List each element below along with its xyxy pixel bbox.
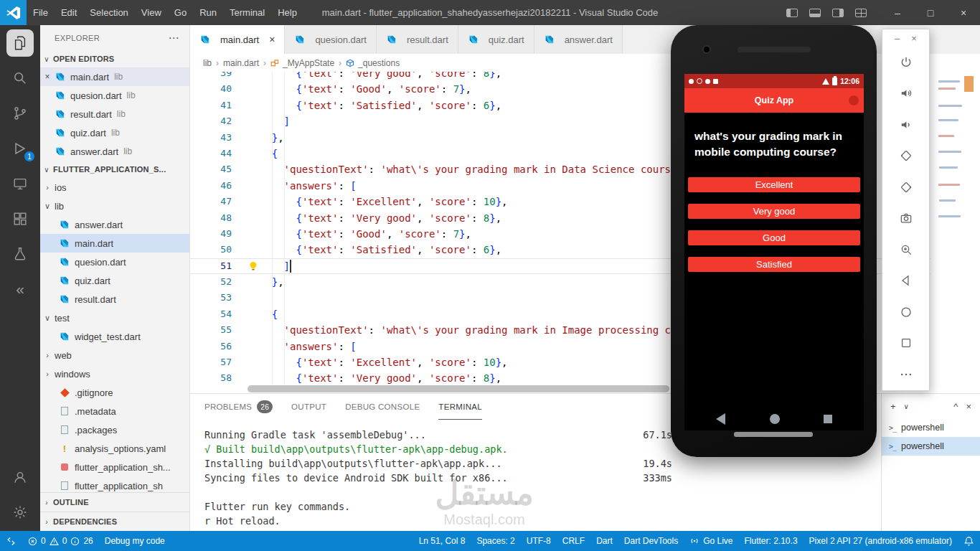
toggle-secondary-sidebar-icon[interactable] (832, 9, 844, 17)
answer-button-excellent[interactable]: Excellent (688, 177, 860, 192)
open-editor-quiz-dart[interactable]: quiz.dartlib (40, 123, 189, 142)
open-editors-header[interactable]: ∨ OPEN EDITORS (40, 50, 189, 67)
open-editor-answer-dart[interactable]: answer.dartlib (40, 142, 189, 161)
more-actions-icon[interactable]: ⋯ (169, 32, 179, 44)
status-dart[interactable]: Dart (590, 531, 618, 551)
activity-search[interactable] (0, 60, 40, 95)
tab-quiz-dart[interactable]: quiz.dart (458, 25, 534, 54)
open-editor-quesion-dart[interactable]: quesion.dartlib (40, 86, 189, 105)
tree-folder-windows[interactable]: ›windows (40, 364, 189, 383)
problems-summary[interactable]: 0 0 26 (22, 531, 99, 551)
close-icon[interactable]: × (40, 72, 55, 82)
tree-file-main-dart[interactable]: main.dart (40, 234, 189, 253)
status-go-live[interactable]: Go Live (684, 531, 738, 551)
emulator-screenshot-button[interactable] (882, 203, 929, 235)
tree-file-packages[interactable]: .packages (40, 420, 189, 439)
breadcrumb-myappstate[interactable]: _MyAppState (270, 58, 334, 68)
tab-main-dart[interactable]: main.dart× (190, 25, 285, 54)
minimap[interactable] (930, 72, 980, 393)
tree-file-metadata[interactable]: .metadata (40, 402, 189, 420)
status-crlf[interactable]: CRLF (557, 531, 590, 551)
android-home-icon[interactable] (770, 414, 780, 424)
tree-folder-web[interactable]: ›web (40, 346, 189, 364)
tree-file-analysis-options-yaml[interactable]: !analysis_options.yaml (40, 439, 189, 458)
outline-section[interactable]: › OUTLINE (40, 492, 189, 512)
answer-button-satisfied[interactable]: Satisfied (688, 257, 860, 272)
activity-testing[interactable] (0, 236, 40, 271)
close-panel-icon[interactable]: × (966, 401, 971, 412)
tree-file-quesion-dart[interactable]: quesion.dart (40, 253, 189, 271)
emulator-rotate-left-button[interactable] (882, 141, 929, 172)
panel-tab-terminal[interactable]: TERMINAL (438, 394, 482, 420)
emulator-zoom-button[interactable] (882, 234, 929, 265)
remote-indicator[interactable] (0, 531, 22, 551)
emulator-minimize-icon[interactable]: – (895, 33, 900, 44)
emulator-power-button[interactable] (882, 47, 929, 78)
toggle-panel-icon[interactable] (809, 9, 821, 17)
menu-go[interactable]: Go (168, 0, 193, 25)
menu-file[interactable]: File (27, 0, 55, 25)
new-terminal-icon[interactable]: + (890, 401, 896, 412)
emulator-rotate-right-button[interactable] (882, 171, 929, 203)
status-ln-51-col-8[interactable]: Ln 51, Col 8 (413, 531, 471, 551)
menu-help[interactable]: Help (271, 0, 303, 25)
emulator-home-button[interactable] (882, 296, 929, 328)
android-back-icon[interactable] (716, 413, 725, 425)
notifications-bell[interactable] (958, 531, 980, 551)
terminal-output[interactable]: Running Gradle task 'assembleDebug'...67… (204, 428, 672, 528)
tree-file-quiz-dart[interactable]: quiz.dart (40, 271, 189, 290)
tab-close-icon[interactable]: × (269, 34, 275, 45)
status-utf-8[interactable]: UTF-8 (521, 531, 557, 551)
breadcrumb-main-dart[interactable]: main.dart (223, 58, 259, 68)
status-spaces-2[interactable]: Spaces: 2 (471, 531, 520, 551)
answer-button-good[interactable]: Good (688, 230, 860, 245)
emulator-back-button[interactable] (882, 265, 929, 297)
lightbulb-icon[interactable] (248, 261, 258, 271)
customize-layout-icon[interactable] (855, 9, 867, 17)
menu-run[interactable]: Run (193, 0, 223, 25)
maximize-panel-icon[interactable]: ^ (953, 401, 958, 412)
activity-settings[interactable] (0, 494, 40, 529)
minimize-button[interactable]: – (881, 0, 914, 25)
tree-folder-lib[interactable]: ∨lib (40, 197, 189, 215)
activity-account[interactable] (0, 459, 40, 494)
tree-file-flutter-application-sh[interactable]: flutter_application_sh... (40, 458, 189, 476)
horizontal-scrollbar[interactable] (248, 385, 669, 392)
terminal-instance-powershell[interactable]: >_powershell (882, 437, 980, 456)
tab-answer-dart[interactable]: answer.dart (534, 25, 623, 54)
menu-view[interactable]: View (135, 0, 168, 25)
emulator-close-icon[interactable]: × (911, 33, 917, 44)
android-overview-icon[interactable] (824, 415, 832, 423)
breadcrumb-lib[interactable]: lib (203, 58, 212, 68)
answer-button-very-good[interactable]: Very good (688, 204, 860, 219)
open-editor-result-dart[interactable]: result.dartlib (40, 105, 189, 123)
maximize-button[interactable]: □ (914, 0, 947, 25)
emulator-overview-button[interactable] (882, 328, 929, 359)
activity-references[interactable]: « (0, 271, 40, 306)
terminal-dropdown-icon[interactable]: ∨ (904, 402, 909, 410)
panel-tab-output[interactable]: OUTPUT (291, 394, 326, 420)
activity-remote-explorer[interactable] (0, 166, 40, 201)
close-button[interactable]: × (947, 0, 980, 25)
dependencies-section[interactable]: › DEPENDENCIES (40, 512, 189, 531)
debug-configuration[interactable]: Debug my code (99, 531, 171, 551)
tree-file-widget-test-dart[interactable]: widget_test.dart (40, 327, 189, 346)
panel-tab-problems[interactable]: PROBLEMS26 (204, 394, 273, 420)
terminal-instance-powershell[interactable]: >_powershell (882, 418, 980, 437)
emulator-volume-up-button[interactable] (882, 78, 929, 110)
tab-result-dart[interactable]: result.dart (377, 25, 458, 54)
breadcrumb-questions[interactable]: _questions (346, 58, 400, 68)
tree-file-gitignore[interactable]: .gitignore (40, 383, 189, 402)
menu-edit[interactable]: Edit (55, 0, 83, 25)
activity-source-control[interactable] (0, 95, 40, 131)
status-pixel-2-api-27-android-x86-emulator[interactable]: Pixel 2 API 27 (android-x86 emulator) (804, 531, 958, 551)
emulator-more-button[interactable] (882, 359, 929, 390)
tree-folder-test[interactable]: ∨test (40, 309, 189, 327)
menu-selection[interactable]: Selection (83, 0, 134, 25)
tree-file-answer-dart[interactable]: answer.dart (40, 215, 189, 234)
status-flutter-2-10-3[interactable]: Flutter: 2.10.3 (739, 531, 804, 551)
toggle-sidebar-icon[interactable] (786, 9, 798, 17)
activity-explorer[interactable] (0, 25, 40, 60)
open-editor-main-dart[interactable]: ×main.dartlib (40, 67, 189, 86)
panel-tab-debug-console[interactable]: DEBUG CONSOLE (345, 394, 420, 420)
